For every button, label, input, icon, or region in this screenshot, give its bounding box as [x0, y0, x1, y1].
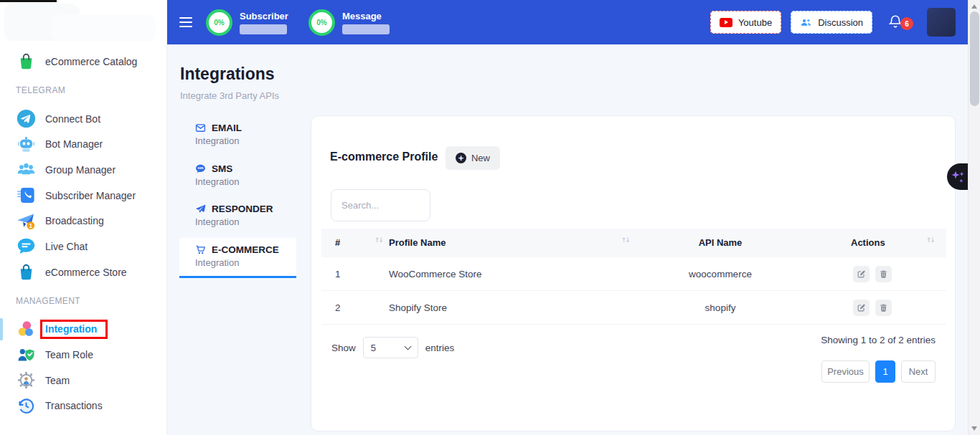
subnav-subtitle: Integration: [195, 176, 296, 187]
subnav-title: E-COMMERCE: [212, 244, 279, 255]
sidebar-item-label: eCommerce Store: [45, 267, 127, 278]
sidebar-item-ecommerce-store[interactable]: eCommerce Store: [0, 259, 166, 285]
profile-name: WooCommerce Store: [389, 269, 482, 279]
sidebar-item-label: Broadcasting: [45, 215, 104, 226]
subnav-email[interactable]: EMAILIntegration: [179, 116, 296, 157]
sparkles-icon: [947, 168, 968, 186]
new-button[interactable]: + New: [446, 146, 500, 170]
scrollbar[interactable]: [968, 0, 980, 435]
sidebar-item-transactions[interactable]: Transactions: [0, 393, 166, 419]
team-role-icon: [17, 345, 36, 365]
scrollbar-thumb[interactable]: [970, 11, 979, 106]
sidebar-item-label: Bot Manager: [45, 138, 103, 150]
robot-icon: [17, 135, 36, 154]
sidebar-item-team-role[interactable]: Team Role: [0, 342, 166, 368]
new-button-label: New: [471, 153, 490, 163]
sidebar-item-live-chat[interactable]: Live Chat: [0, 234, 166, 259]
table-row: 2Shopify Storeshopify: [321, 291, 946, 325]
edit-button[interactable]: [853, 300, 870, 316]
column-api-name[interactable]: API Name: [663, 237, 778, 248]
stat-subscriber: 0%Subscriber: [206, 9, 288, 36]
ai-assistant-button[interactable]: [947, 163, 968, 190]
sidebar-section-telegram: TELEGRAM: [0, 75, 166, 106]
discussion-button[interactable]: Discussion: [791, 11, 872, 34]
sidebar-item-team[interactable]: Team: [0, 368, 166, 393]
youtube-button[interactable]: Youtube: [710, 11, 781, 34]
subnav-e-commerce[interactable]: E-COMMERCEIntegration: [179, 238, 296, 279]
search-input[interactable]: [331, 189, 430, 221]
sort-icon[interactable]: [621, 236, 629, 244]
row-number: 1: [335, 269, 341, 279]
column-profile-name[interactable]: Profile Name: [389, 237, 446, 248]
delete-button[interactable]: [875, 300, 892, 316]
showing-entries-text: Showing 1 to 2 of 2 entries: [821, 335, 936, 345]
discussion-icon: [800, 16, 812, 29]
sidebar-section-management: MANAGEMENT: [0, 285, 166, 317]
sidebar-item-group-manager[interactable]: Group Manager: [0, 157, 166, 183]
pagination: Previous 1 Next: [821, 360, 936, 383]
topbar-right: Youtube Discussion 6: [710, 0, 956, 44]
broadcast-icon: 1: [17, 211, 36, 231]
delete-button[interactable]: [875, 266, 892, 282]
chevron-down-icon: [404, 343, 411, 350]
integration-icon: [17, 320, 36, 339]
show-label: Show: [331, 343, 356, 353]
main-content: Integrations Integrate 3rd Party APIs EM…: [167, 44, 968, 435]
sidebar-item-label: Group Manager: [45, 164, 116, 176]
column-actions[interactable]: Actions: [851, 237, 885, 248]
sidebar-item-label: Subscriber Manager: [45, 190, 136, 201]
column-number[interactable]: #: [335, 237, 340, 248]
api-name: shopify: [663, 302, 778, 313]
notifications-button[interactable]: 6: [887, 14, 905, 31]
sidebar-item-label: Team Role: [45, 349, 93, 360]
edit-icon: [857, 303, 866, 312]
current-page-button[interactable]: 1: [875, 360, 895, 383]
profiles-table: # Profile Name API Name Actions 1WooComm…: [321, 229, 946, 325]
row-number: 2: [335, 302, 341, 313]
subnav-responder[interactable]: RESPONDERIntegration: [179, 197, 296, 238]
sidebar-item-label: Integration: [40, 320, 108, 339]
youtube-label: Youtube: [738, 17, 772, 28]
youtube-icon: [720, 18, 732, 27]
progress-ring: 0%: [206, 9, 232, 36]
sort-icon[interactable]: [374, 236, 382, 244]
scrollbar-up-arrow[interactable]: [971, 4, 977, 9]
transactions-icon: [17, 396, 36, 416]
ecommerce-cart-icon: [195, 244, 206, 255]
scrollbar-down-arrow[interactable]: [971, 426, 977, 431]
subnav-title: EMAIL: [212, 123, 242, 133]
sidebar-item-integration[interactable]: Integration: [0, 317, 166, 343]
sidebar-item-subscriber-manager[interactable]: Subscriber Manager: [0, 183, 166, 209]
live-chat-icon: [17, 236, 36, 256]
sidebar-item-bot-manager[interactable]: Bot Manager: [0, 131, 166, 157]
sidebar-item-label: Connect Bot: [45, 113, 100, 125]
panel-title: E-commerce Profile: [330, 150, 438, 163]
edit-button[interactable]: [853, 266, 870, 282]
ecommerce-profile-card: E-commerce Profile + New # Profile Name …: [311, 115, 956, 431]
sidebar: eCommerce CatalogTELEGRAMConnect BotBot …: [0, 0, 167, 435]
page-size-select[interactable]: 5: [363, 337, 418, 358]
sort-icon[interactable]: [926, 236, 934, 244]
avatar[interactable]: [927, 8, 956, 37]
subnav-title: SMS: [212, 163, 232, 174]
stat-label: Subscriber: [240, 11, 288, 21]
subnav-subtitle: Integration: [195, 135, 296, 146]
progress-ring: 0%: [308, 9, 335, 36]
api-name: woocommerce: [663, 269, 778, 279]
stat-message: 0%Message: [308, 9, 390, 36]
profile-name: Shopify Store: [389, 302, 447, 313]
plus-icon: +: [456, 153, 466, 163]
sidebar-item-ecommerce-catalog[interactable]: eCommerce Catalog: [0, 49, 166, 75]
notification-badge: 6: [900, 17, 913, 30]
hamburger-menu-icon[interactable]: [179, 17, 192, 27]
sidebar-item-connect-bot[interactable]: Connect Bot: [0, 106, 166, 132]
logo-blurred-2: [52, 14, 156, 42]
next-page-button[interactable]: Next: [901, 360, 936, 383]
catalog-bag-icon: [17, 52, 36, 71]
stat-label: Message: [342, 11, 390, 21]
subnav-sms[interactable]: SMSSMSIntegration: [179, 157, 296, 198]
store-bag-icon: [17, 262, 36, 282]
previous-page-button[interactable]: Previous: [821, 360, 870, 383]
sidebar-item-broadcasting[interactable]: 1Broadcasting: [0, 208, 166, 234]
topbar: 0%Subscriber0%Message Youtube Discussion…: [167, 0, 968, 44]
